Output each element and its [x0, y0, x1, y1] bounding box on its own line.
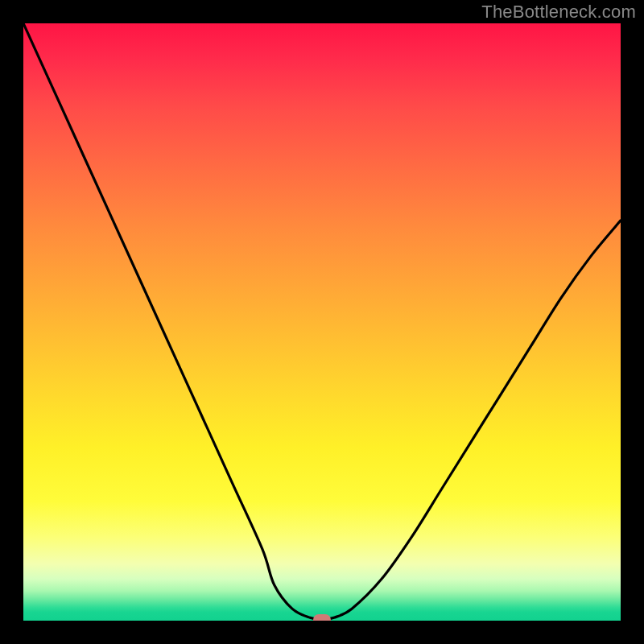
optimal-point-marker — [313, 614, 331, 621]
plot-area — [23, 23, 621, 621]
watermark-text: TheBottleneck.com — [481, 2, 636, 23]
bottleneck-curve — [23, 23, 621, 621]
chart-frame: TheBottleneck.com — [0, 0, 644, 644]
